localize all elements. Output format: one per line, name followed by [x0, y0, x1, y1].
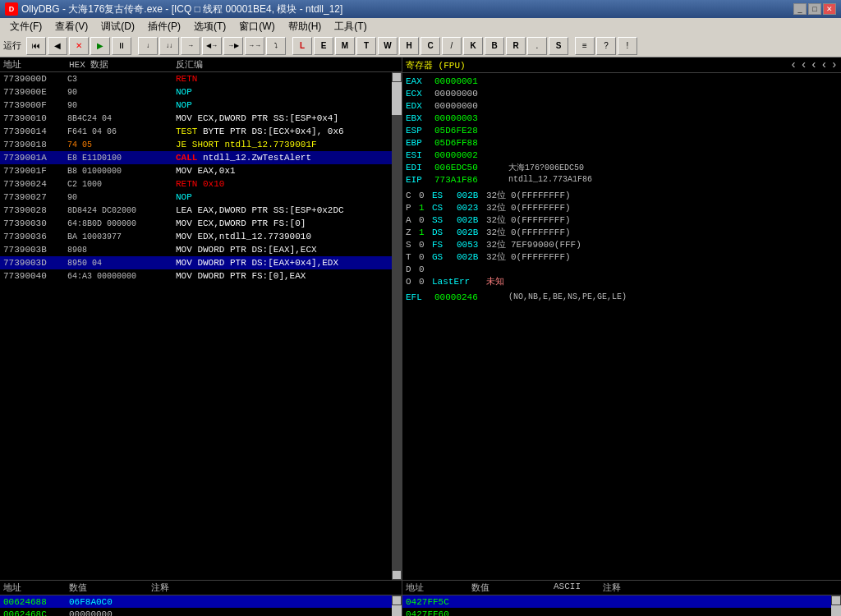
reg-row-eip[interactable]: EIP 773A1F86 ntdll_12.773A1F86 [406, 173, 838, 186]
toolbar-play[interactable]: ▶ [90, 37, 110, 55]
toolbar-back[interactable]: ◀ [48, 37, 67, 55]
toolbar-T[interactable]: T [356, 37, 376, 55]
menu-tools[interactable]: 工具(T) [328, 18, 373, 35]
toolbar-K[interactable]: K [463, 37, 483, 55]
nav-right1[interactable]: › [831, 58, 838, 71]
toolbar-runto-cursor[interactable]: ⤵ [266, 37, 286, 55]
toolbar-rewind[interactable]: ⏮ [26, 37, 46, 55]
toolbar-W[interactable]: W [378, 37, 398, 55]
reg-row-esi[interactable]: ESI 00000002 [406, 149, 838, 161]
mem-scroll-up[interactable]: ▲ [831, 595, 841, 605]
disasm-row[interactable]: 77390014 F641 04 06 TEST BYTE PTR DS:[EC… [0, 125, 392, 138]
reg-row-ebx[interactable]: EBX 00000003 [406, 112, 838, 124]
stack-scroll-up[interactable]: ▲ [392, 595, 402, 605]
scroll-up[interactable]: ▲ [392, 72, 402, 82]
toolbar-B[interactable]: B [485, 37, 504, 55]
mem-row[interactable]: 0427FF5C [402, 595, 831, 608]
nav-left1[interactable]: ‹ [790, 58, 797, 71]
reg-row-eax[interactable]: EAX 00000001 [406, 75, 838, 87]
toolbar-pause[interactable]: ⏸ [112, 37, 131, 55]
toolbar-stop[interactable]: ✕ [69, 37, 89, 55]
disasm-row[interactable]: 77390027 90 NOP [0, 191, 392, 204]
toolbar-C[interactable]: C [420, 37, 440, 55]
mem-col-val: 数值 [468, 581, 550, 595]
toolbar-run-to[interactable]: ◀→ [202, 37, 222, 55]
disasm-row[interactable]: 77390010 8B4C24 04 MOV ECX,DWORD PTR SS:… [0, 112, 392, 125]
reg-row-T[interactable]: T 0 GS 002B 32位 0(FFFFFFFF) [406, 251, 838, 263]
toolbar-step-into[interactable]: ↓ [138, 37, 158, 55]
disasm-scrollbar[interactable]: ▲ ▼ [392, 72, 402, 580]
scroll-down[interactable]: ▼ [392, 570, 402, 580]
toolbar-help-btn[interactable]: ? [596, 37, 616, 55]
disasm-row[interactable]: 77390036 BA 10003977 MOV EDX,ntdll_12.77… [0, 230, 392, 243]
reg-row-edx[interactable]: EDX 00000000 [406, 99, 838, 112]
toolbar-dot[interactable]: . [527, 37, 547, 55]
maximize-button[interactable]: □ [808, 3, 821, 15]
disasm-asm: MOV DWORD PTR FS:[0],EAX [172, 271, 392, 281]
disasm-row[interactable]: 7739003B 8908 MOV DWORD PTR DS:[EAX],ECX [0, 243, 392, 256]
toolbar-M[interactable]: M [335, 37, 355, 55]
toolbar-list[interactable]: ≡ [575, 37, 595, 55]
disasm-row-call[interactable]: 7739001A E8 E11D0100 CALL ntdll_12.ZwTes… [0, 151, 392, 164]
nav-left2[interactable]: ‹ [800, 58, 807, 71]
toolbar-step-out[interactable]: → [181, 37, 200, 55]
toolbar-execute[interactable]: →▶ [223, 37, 243, 55]
menu-options[interactable]: 选项(T) [187, 18, 232, 35]
stack-row[interactable]: 0062468C 00000000 [0, 608, 392, 616]
disasm-asm: MOV EAX,0x1 [172, 166, 392, 176]
menu-plugins[interactable]: 插件(P) [141, 18, 187, 35]
toolbar-L[interactable]: L [292, 37, 312, 55]
disasm-row-highlight[interactable]: 7739003D 8950 04 MOV DWORD PTR DS:[EAX+0… [0, 256, 392, 269]
reg-row-ebp[interactable]: EBP 05D6FF88 [406, 136, 838, 149]
disasm-row[interactable]: 7739000D C3 RETN [0, 72, 392, 85]
disasm-addr: 77390036 [0, 232, 66, 241]
reg-row-EFL[interactable]: EFL 00000246 (NO,NB,E,BE,NS,PE,GE,LE) [406, 291, 838, 303]
disasm-asm: MOV ECX,DWORD PTR SS:[ESP+0x4] [172, 113, 392, 123]
disasm-row[interactable]: 77390028 8D8424 DC02000 LEA EAX,DWORD PT… [0, 204, 392, 217]
disasm-row[interactable]: 77390024 C2 1000 RETN 0x10 [0, 177, 392, 191]
disasm-row[interactable]: 7739001F B8 01000000 MOV EAX,0x1 [0, 164, 392, 177]
reg-row-esp[interactable]: ESP 05D6FE28 [406, 124, 838, 136]
menu-debug[interactable]: 调试(D) [94, 18, 141, 35]
disasm-asm: MOV ECX,DWORD PTR FS:[0] [172, 218, 392, 228]
reg-row-edi[interactable]: EDI 006EDC50 大海176?006EDC50 [406, 161, 838, 173]
disasm-row[interactable]: 77390018 74 05 JE SHORT ntdll_12.7739001… [0, 138, 392, 151]
toolbar-slash[interactable]: / [442, 37, 462, 55]
minimize-button[interactable]: _ [793, 3, 807, 15]
disasm-hex: 8908 [66, 246, 172, 255]
scroll-thumb [392, 82, 402, 115]
toolbar-step-over[interactable]: ↓↓ [159, 37, 179, 55]
menu-view[interactable]: 查看(V) [48, 18, 94, 35]
reg-row-P[interactable]: P 1 CS 0023 32位 0(FFFFFFFF) [406, 201, 838, 214]
disasm-row[interactable]: 7739000E 90 NOP [0, 85, 392, 99]
reg-row-A[interactable]: A 0 SS 002B 32位 0(FFFFFFFF) [406, 214, 838, 226]
toolbar-alert[interactable]: ! [618, 37, 637, 55]
reg-row-D[interactable]: D 0 [406, 263, 838, 275]
mem-scroll-thumb [831, 605, 841, 616]
menu-window[interactable]: 窗口(W) [232, 18, 281, 35]
stack-scrollbar[interactable]: ▲ ▼ [392, 595, 402, 616]
toolbar-S[interactable]: S [549, 37, 568, 55]
disasm-row[interactable]: 77390030 64:8B0D 000000 MOV ECX,DWORD PT… [0, 217, 392, 230]
disasm-row[interactable]: 77390040 64:A3 00000000 MOV DWORD PTR FS… [0, 269, 392, 283]
toolbar-trace[interactable]: →→ [245, 37, 264, 55]
disasm-row[interactable]: 7739000F 90 NOP [0, 99, 392, 112]
reg-row-O[interactable]: O 0 LastErr 未知 [406, 275, 838, 287]
stack-row[interactable]: 00624688 06F8A0C0 [0, 595, 392, 608]
reg-row-S[interactable]: S 0 FS 0053 32位 7EF99000(FFF) [406, 238, 838, 251]
mem-scrollbar[interactable]: ▲ ▼ [831, 595, 841, 616]
toolbar-E[interactable]: E [314, 37, 333, 55]
mem-row[interactable]: 0427FF60 [402, 608, 831, 616]
reg-row-Z[interactable]: Z 1 DS 002B 32位 0(FFFFFFFF) [406, 226, 838, 238]
reg-row-C[interactable]: C 0 ES 002B 32位 0(FFFFFFFF) [406, 189, 838, 201]
reg-row-ecx[interactable]: ECX 00000000 [406, 87, 838, 99]
stack-rows: 00624688 06F8A0C0 0062468C 00000000 0062… [0, 595, 392, 616]
toolbar-H[interactable]: H [399, 37, 419, 55]
nav-left3[interactable]: ‹ [811, 58, 817, 71]
close-button[interactable]: ✕ [823, 3, 836, 15]
nav-left4[interactable]: ‹ [820, 58, 827, 71]
toolbar-R[interactable]: R [506, 37, 526, 55]
main-layout: 地址 HEX 数据 反汇编 7739000D C3 RETN 7739000E … [0, 57, 841, 580]
menu-help[interactable]: 帮助(H) [282, 18, 329, 35]
menu-file[interactable]: 文件(F) [3, 18, 48, 35]
